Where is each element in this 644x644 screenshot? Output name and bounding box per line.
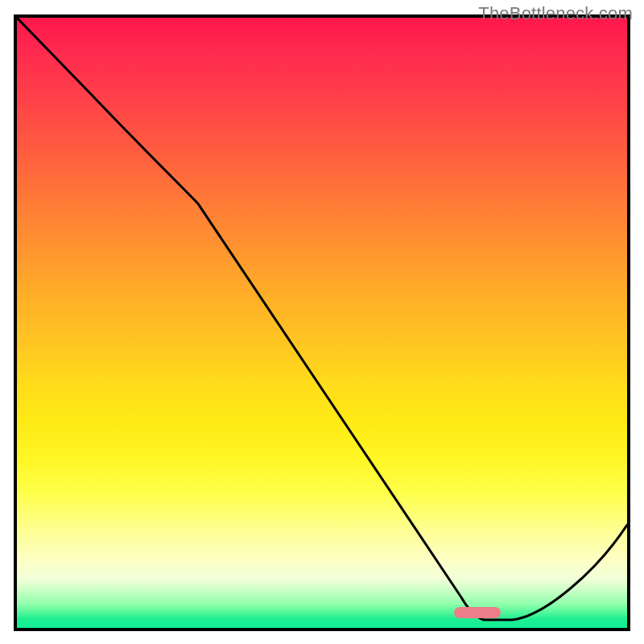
optimal-range-marker (454, 607, 501, 618)
watermark-text: TheBottleneck.com (478, 3, 633, 24)
plot-area (14, 14, 630, 631)
bottleneck-curve (17, 18, 627, 620)
curve-svg (17, 18, 627, 628)
chart-container: TheBottleneck.com (0, 0, 644, 644)
